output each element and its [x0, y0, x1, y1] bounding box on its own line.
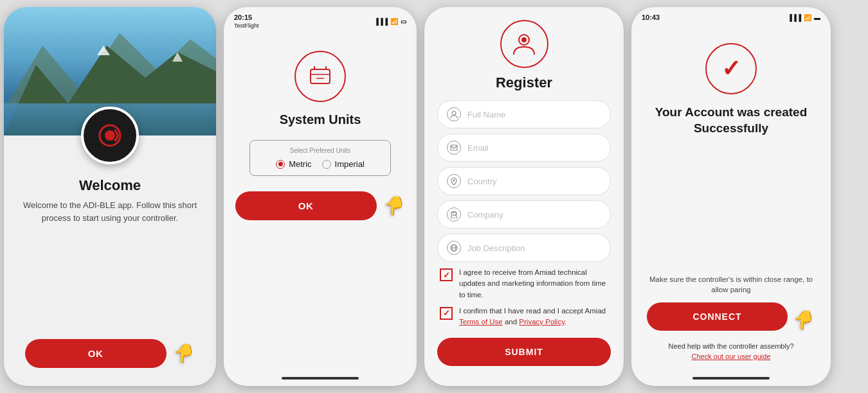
- logo-circle: [81, 107, 139, 164]
- building-icon: [447, 207, 461, 222]
- imperial-radio[interactable]: [322, 160, 331, 169]
- signal-icon: ▐▐▐: [374, 18, 388, 25]
- connect-button-row: CONNECT 👇: [647, 302, 815, 337]
- ok-button-2[interactable]: OK: [235, 191, 377, 220]
- screen3-register-frame: Register Full Name Email: [424, 7, 624, 386]
- success-content: ✓ Your Account was created Successfully …: [631, 24, 831, 373]
- ok-button-area: OK 👇: [25, 339, 195, 368]
- welcome-body: Welcome to the ADI-BLE app. Follow this …: [19, 199, 201, 224]
- checkbox1-text: I agree to receive from Amiad technical …: [459, 267, 608, 301]
- fullname-field[interactable]: Full Name: [437, 100, 611, 128]
- svg-point-8: [105, 130, 115, 141]
- terms-link[interactable]: Terms of Use: [459, 318, 503, 326]
- check2-icon: ✓: [443, 308, 450, 318]
- welcome-content: Welcome Welcome to the ADI-BLE app. Foll…: [4, 164, 216, 386]
- svg-rect-21: [455, 214, 456, 216]
- wifi-icon: 📶: [390, 18, 398, 25]
- metric-label: Metric: [289, 159, 311, 169]
- units-options: Metric Imperial: [260, 159, 380, 169]
- wifi-icon-4: 📶: [804, 14, 811, 21]
- svg-point-18: [453, 179, 455, 181]
- ok-button[interactable]: OK: [25, 339, 167, 368]
- screen4-success-frame: 10:43 ▐▐▐ 📶 ▬ ✓ Your Account was created…: [631, 7, 831, 386]
- fullname-placeholder: Full Name: [467, 110, 601, 119]
- check1-icon: ✓: [443, 270, 450, 280]
- success-title: Your Account was created Successfully: [647, 105, 815, 136]
- system-units-content: System Units Select Prefered Units Metri…: [224, 31, 417, 373]
- metric-radio[interactable]: [276, 160, 285, 169]
- screen1-welcome-frame: Welcome Welcome to the ADI-BLE app. Foll…: [4, 7, 216, 386]
- svg-rect-17: [451, 145, 457, 150]
- home-indicator-4: [692, 377, 770, 380]
- svg-point-15: [521, 37, 527, 42]
- location-icon: [447, 174, 461, 188]
- metric-option[interactable]: Metric: [276, 159, 311, 169]
- register-content: Register Full Name Email: [424, 7, 624, 386]
- need-help-text: Need help with the controller assembly?: [668, 342, 793, 350]
- signal-icon-4: ▐▐▐: [788, 14, 801, 21]
- country-placeholder: Country: [467, 177, 601, 186]
- home-indicator: [282, 377, 359, 380]
- ok-button-area-2: OK 👇: [235, 191, 406, 220]
- checkbox1-row[interactable]: ✓ I agree to receive from Amiad technica…: [437, 267, 611, 301]
- status-time-4: 10:43: [642, 13, 660, 21]
- selector-label: Select Prefered Units: [260, 147, 380, 154]
- screen2-system-units-frame: 20:15 TestFlight ▐▐▐ 📶 ▭ System Units Se…: [224, 7, 417, 386]
- submit-button[interactable]: SUBMIT: [437, 338, 611, 366]
- email-field[interactable]: Email: [437, 134, 611, 162]
- svg-point-16: [452, 111, 456, 115]
- country-field[interactable]: Country: [437, 167, 611, 195]
- status-icons-4: ▐▐▐ 📶 ▬: [788, 14, 820, 21]
- job-placeholder: Job Description: [467, 243, 601, 253]
- welcome-title: Welcome: [79, 177, 141, 194]
- cursor-icon: 👇: [173, 343, 195, 364]
- system-units-title: System Units: [280, 112, 361, 127]
- svg-rect-9: [311, 69, 330, 83]
- connect-button[interactable]: CONNECT: [647, 302, 788, 331]
- person-icon: [447, 107, 461, 121]
- user-guide-link[interactable]: Check out our user guide: [692, 353, 771, 360]
- checkbox2-text: I confirm that I have read and I accept …: [459, 306, 608, 328]
- company-field[interactable]: Company: [437, 200, 611, 229]
- helper-text: Make sure the controller's is within clo…: [647, 274, 815, 295]
- status-icons: ▐▐▐ 📶 ▭: [374, 18, 406, 25]
- checkbox2-row[interactable]: ✓ I confirm that I have read and I accep…: [437, 306, 611, 328]
- privacy-link[interactable]: Privacy Policy: [519, 318, 565, 326]
- battery-icon: ▭: [401, 18, 406, 25]
- globe-icon: [447, 241, 461, 255]
- status-time: 20:15 TestFlight: [234, 13, 259, 29]
- checkbox1[interactable]: ✓: [440, 268, 453, 281]
- imperial-label: Imperial: [335, 159, 365, 169]
- status-bar-4: 10:43 ▐▐▐ 📶 ▬: [631, 7, 831, 24]
- imperial-option[interactable]: Imperial: [322, 159, 365, 169]
- success-circle: ✓: [705, 43, 757, 94]
- job-field[interactable]: Job Description: [437, 234, 611, 262]
- register-icon-circle: [500, 20, 548, 68]
- register-title: Register: [496, 74, 552, 91]
- battery-icon-4: ▬: [814, 14, 820, 21]
- checkmark-icon: ✓: [721, 55, 741, 82]
- envelope-icon: [447, 141, 461, 155]
- svg-rect-20: [453, 214, 454, 216]
- cursor-icon-2: 👇: [383, 195, 406, 216]
- units-icon-circle: [294, 51, 346, 102]
- company-placeholder: Company: [467, 210, 601, 220]
- checkbox2[interactable]: ✓: [440, 307, 453, 320]
- cursor-icon-4: 👇: [793, 310, 815, 331]
- units-selector[interactable]: Select Prefered Units Metric Imperial: [249, 140, 391, 176]
- email-placeholder: Email: [467, 143, 601, 153]
- status-bar-2: 20:15 TestFlight ▐▐▐ 📶 ▭: [224, 7, 417, 31]
